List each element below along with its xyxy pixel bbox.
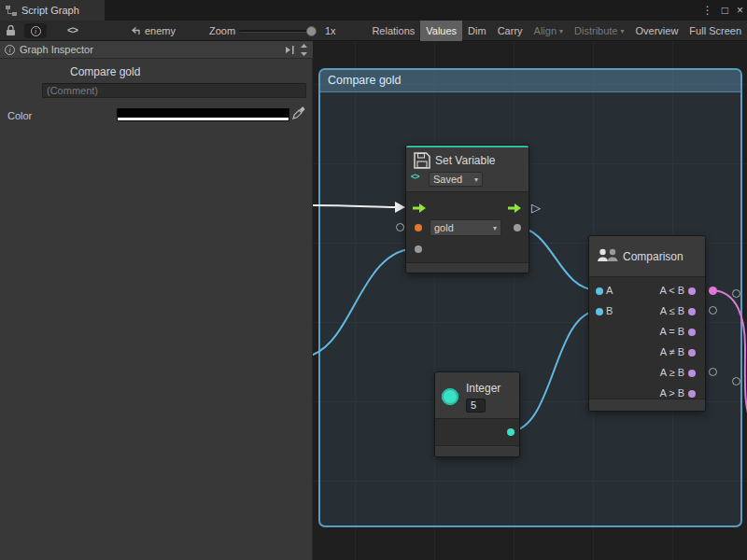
collapse-panel-icon[interactable]	[285, 46, 295, 54]
graph-breadcrumb-icon	[131, 26, 141, 35]
chevron-down-icon: ▾	[474, 175, 478, 184]
graph-canvas[interactable]: Compare gold <> S	[313, 41, 747, 560]
close-icon[interactable]: ×	[737, 4, 743, 17]
tab-script-graph[interactable]: Script Graph	[0, 0, 105, 21]
port-output-a-neq-b[interactable]	[688, 349, 696, 357]
port-unconnected[interactable]	[396, 223, 404, 231]
flow-in-arrow-icon[interactable]	[412, 203, 427, 214]
node-title: Set Variable	[435, 154, 495, 167]
lock-icon[interactable]	[6, 24, 16, 36]
main-area: i Graph Inspector Compare gold Color	[0, 41, 747, 560]
port-output-a-eq-b[interactable]	[688, 329, 696, 336]
integer-value-field[interactable]: 5	[466, 399, 486, 413]
toolbar-button-align[interactable]: Align ▾	[529, 21, 569, 41]
comparison-icon	[597, 247, 619, 264]
port-output-a-lt-b[interactable]	[688, 287, 696, 295]
port-output-a-lte-b[interactable]	[688, 308, 696, 315]
comparison-row: A A < B	[589, 281, 705, 301]
flow-continue-icon[interactable]: ▷	[531, 202, 541, 214]
integer-icon	[442, 388, 458, 405]
toolbar-button-distribute[interactable]: Distribute ▾	[569, 21, 629, 41]
port-integer-output[interactable]	[507, 428, 514, 436]
comparison-row: A ≥ B	[589, 363, 705, 384]
port-input-a[interactable]	[596, 287, 603, 295]
toolbar-button-values[interactable]: Values	[420, 21, 462, 41]
node-title: Integer	[466, 382, 500, 395]
port-unconnected[interactable]	[732, 289, 740, 298]
port-output-a-gt-b[interactable]	[688, 390, 696, 398]
port-connected-output[interactable]	[709, 287, 717, 295]
input-b-label: B	[606, 305, 613, 316]
variable-name-dropdown[interactable]: gold ▾	[430, 219, 501, 236]
distribute-label: Distribute	[574, 25, 617, 36]
comparison-row: A = B	[589, 322, 705, 343]
scope-value: Saved	[433, 174, 462, 185]
save-variable-icon	[413, 151, 431, 170]
port-output-a-gte-b[interactable]	[688, 370, 696, 377]
window-controls: ⋮ □ ×	[702, 0, 743, 21]
group-header[interactable]: Compare gold	[320, 70, 740, 92]
toolbar-button-relations[interactable]: Relations	[366, 21, 420, 41]
port-unconnected[interactable]	[732, 377, 740, 385]
output-label-a-gt-b: A > B	[659, 387, 684, 399]
port-variable-name[interactable]	[415, 224, 422, 231]
eyedropper-icon[interactable]	[292, 106, 305, 119]
variable-scope-dropdown[interactable]: Saved ▾	[429, 172, 483, 187]
node-comparison[interactable]: Comparison A A < B B A ≤ B A = B	[588, 235, 706, 412]
toolbar-button-fullscreen[interactable]: Full Screen	[684, 21, 747, 41]
zoom-value: 1x	[325, 25, 336, 36]
titlebar: Script Graph ⋮ □ ×	[0, 0, 747, 21]
port-unconnected[interactable]	[709, 368, 717, 376]
alpha-bar	[118, 118, 289, 120]
comparison-row: A ≠ B	[589, 343, 705, 363]
output-label-a-gte-b: A ≥ B	[660, 367, 684, 378]
graph-title: Compare gold	[70, 65, 140, 78]
graph-inspector-panel: i Graph Inspector Compare gold Color	[0, 41, 313, 560]
inspector-header: i Graph Inspector	[0, 41, 313, 59]
graph-breadcrumb[interactable]: enemy	[145, 25, 176, 36]
node-integer[interactable]: Integer 5	[434, 371, 520, 457]
window-menu-icon[interactable]: ⋮	[702, 4, 713, 17]
comment-input[interactable]	[42, 83, 306, 98]
output-label-a-neq-b: A ≠ B	[660, 346, 684, 357]
port-value-output[interactable]	[514, 224, 521, 231]
toolbar-buttons: Relations Values Dim Carry Align ▾ Distr…	[366, 21, 747, 41]
inspector-header-label: Graph Inspector	[20, 44, 93, 55]
code-view-icon[interactable]: <>	[67, 24, 78, 35]
info-icon: i	[31, 26, 41, 36]
toolbar-button-dim[interactable]: Dim	[462, 21, 492, 41]
variable-value: gold	[434, 222, 454, 233]
zoom-slider-track[interactable]	[239, 30, 314, 33]
output-label-a-lte-b: A ≤ B	[660, 305, 684, 316]
chevron-down-icon: ▾	[621, 27, 625, 35]
tab-label: Script Graph	[21, 5, 79, 16]
info-icon: i	[5, 45, 15, 55]
script-graph-icon	[6, 6, 17, 16]
zoom-label: Zoom	[209, 25, 235, 36]
flow-out-arrow-icon[interactable]	[507, 203, 522, 214]
node-title: Comparison	[623, 250, 684, 263]
color-label: Color	[7, 110, 32, 121]
port-value-input[interactable]	[415, 245, 422, 253]
node-footer	[589, 399, 705, 411]
color-field[interactable]	[117, 108, 289, 121]
output-label-a-lt-b: A < B	[659, 285, 684, 296]
pane-scrubber-icon[interactable]	[300, 44, 308, 56]
node-footer	[435, 445, 519, 456]
toolbar-button-carry[interactable]: Carry	[492, 21, 529, 41]
node-set-variable[interactable]: <> Set Variable Saved ▾ gold ▾	[405, 145, 529, 273]
maximize-icon[interactable]: □	[722, 4, 728, 17]
node-footer	[406, 262, 529, 273]
chevron-down-icon: ▾	[493, 224, 497, 232]
toolbar-button-overview[interactable]: Overview	[630, 21, 684, 41]
output-label-a-eq-b: A = B	[659, 326, 684, 337]
port-input-b[interactable]	[596, 308, 603, 315]
zoom-slider-handle[interactable]	[306, 26, 317, 36]
code-badge-icon: <>	[411, 172, 419, 181]
port-unconnected[interactable]	[709, 306, 717, 315]
inspector-toggle-button[interactable]: i	[24, 23, 47, 38]
group-title: Compare gold	[328, 74, 402, 87]
align-label: Align	[534, 25, 557, 36]
toolbar: i <> enemy Zoom 1x Relations Values Dim …	[0, 21, 747, 41]
chevron-down-icon: ▾	[559, 27, 563, 35]
